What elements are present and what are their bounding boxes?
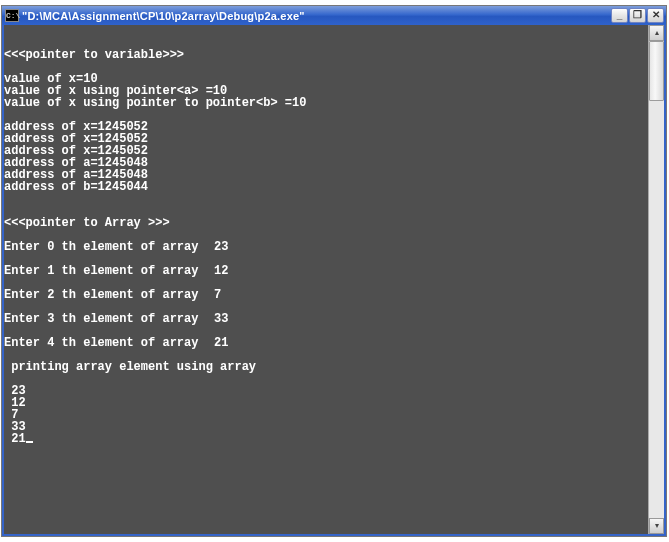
scroll-up-button[interactable]: ▴ [649,25,664,41]
scroll-track[interactable] [649,41,664,518]
text-line: <<<pointer to Array >>> [4,216,170,230]
prompt-label: Enter 3 th element of array [4,313,214,325]
text-line: value of x using pointer to pointer<b> =… [4,96,306,110]
text-line: <<<pointer to variable>>> [4,48,184,62]
app-icon: C:\ [5,9,19,22]
prompt-label: Enter 1 th element of array [4,265,214,277]
prompt-input: 23 [214,240,228,254]
scroll-down-button[interactable]: ▾ [649,518,664,534]
prompt-label: Enter 4 th element of array [4,337,214,349]
text-line: address of b=1245044 [4,180,148,194]
console-window: C:\ "D:\MCA\Assignment\CP\10\p2array\Deb… [2,6,666,536]
window-buttons: _ ❐ ✕ [611,8,664,23]
text-line: printing array element using array [4,360,256,374]
vertical-scrollbar[interactable]: ▴ ▾ [648,25,664,534]
prompt-label: Enter 2 th element of array [4,289,214,301]
prompt-input: 7 [214,288,221,302]
close-button[interactable]: ✕ [647,8,664,23]
prompt-input: 33 [214,312,228,326]
prompt-input: 21 [214,336,228,350]
prompt-label: Enter 0 th element of array [4,241,214,253]
minimize-button[interactable]: _ [611,8,628,23]
titlebar[interactable]: C:\ "D:\MCA\Assignment\CP\10\p2array\Deb… [2,6,666,25]
window-title: "D:\MCA\Assignment\CP\10\p2array\Debug\p… [22,10,611,22]
scroll-thumb[interactable] [649,41,664,101]
console-output[interactable]: <<<pointer to variable>>> value of x=10 … [4,25,648,534]
output-line: 21 [4,432,26,446]
cursor [26,441,33,443]
prompt-input: 12 [214,264,228,278]
client-area: <<<pointer to variable>>> value of x=10 … [2,25,666,536]
maximize-button[interactable]: ❐ [629,8,646,23]
